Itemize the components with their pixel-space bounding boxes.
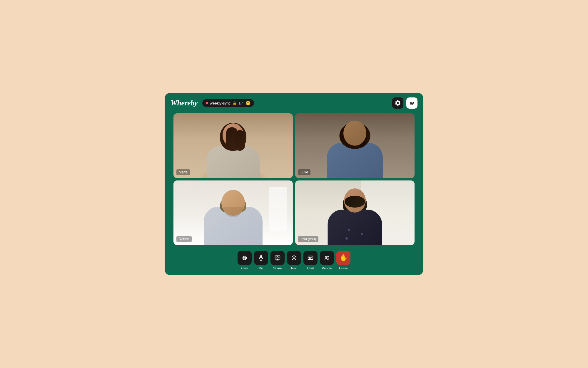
svg-text:W|: W| [308,256,312,259]
svg-point-12 [293,257,295,259]
share-button[interactable] [270,251,285,265]
cam-label: Cam [241,266,248,270]
svg-rect-6 [275,256,280,259]
participant-label-maria: Maria [176,169,190,175]
rec-label: Rec [291,266,297,270]
svg-point-2 [244,257,245,258]
svg-rect-3 [260,255,262,258]
people-label: People [322,266,332,270]
room-status-dot [206,102,208,104]
rec-button[interactable] [287,251,301,265]
mic-button[interactable] [254,251,268,265]
user-avatar-button[interactable]: W [406,97,417,109]
cam-icon [241,255,248,261]
leave-button[interactable]: 🖐️ [336,251,350,265]
chat-tool[interactable]: W| Chat [303,251,318,270]
logo: Whereby [171,99,198,107]
video-grid: Maria Luke [165,113,423,247]
participant-label-lisa: Lisa (you) [298,236,318,242]
room-name: weekly-sync [210,101,231,105]
participant-count: 1/4 [238,101,244,105]
settings-button[interactable] [392,97,403,109]
svg-point-18 [328,256,329,258]
people-button[interactable] [320,251,334,265]
mic-icon [258,255,264,261]
people-tool[interactable]: People [320,251,334,270]
header: Whereby weekly-sync 🔒 1/4 😊 W [165,93,423,113]
leave-label: Leave [339,266,348,270]
rec-tool[interactable]: Rec [287,251,301,270]
people-icon [324,255,330,261]
video-cell-maria: Maria [173,113,293,178]
mic-tool[interactable]: Mic [254,251,268,270]
chat-icon: W| [307,255,314,261]
video-cell-luke: Luke [295,113,415,178]
leave-tool[interactable]: 🖐️ Leave [336,251,350,270]
svg-point-17 [325,256,327,258]
toolbar: Cam Mic [165,247,423,275]
emoji-icon: 😊 [245,101,250,105]
svg-point-7 [277,256,278,258]
cam-button[interactable] [238,251,252,265]
mic-label: Mic [258,266,263,270]
video-cell-lisa: Lisa (you) [295,180,415,245]
app-window: Whereby weekly-sync 🔒 1/4 😊 W [165,93,423,275]
lock-icon: 🔒 [233,101,237,105]
chat-button[interactable]: W| [303,251,318,265]
leave-icon: 🖐️ [340,254,348,262]
participant-label-robert: Robert [176,236,192,242]
room-badge[interactable]: weekly-sync 🔒 1/4 😊 [202,99,254,107]
share-label: Share [273,266,282,270]
cam-tool[interactable]: Cam [238,251,252,270]
gear-icon [395,100,401,106]
header-right: W [392,97,417,109]
header-left: Whereby weekly-sync 🔒 1/4 😊 [171,99,254,107]
share-icon [274,255,281,261]
share-tool[interactable]: Share [270,251,285,270]
rec-icon [291,255,297,261]
participant-label-luke: Luke [298,169,310,175]
chat-label: Chat [307,266,314,270]
video-cell-robert: Robert [173,180,293,245]
